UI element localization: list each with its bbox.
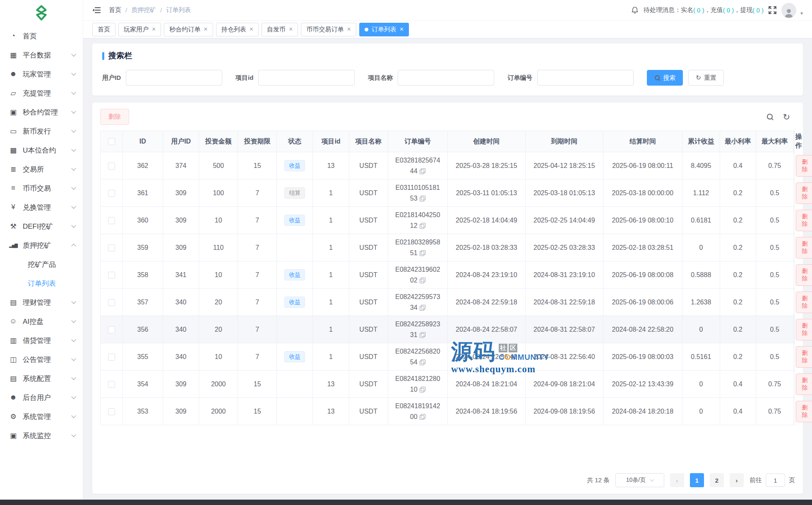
cell-settle-time: 2025-03-18 00:00:00 bbox=[603, 180, 682, 207]
tab-首页[interactable]: 首页 bbox=[92, 23, 115, 36]
sidebar-item-announcement[interactable]: ◫ 公告管理 bbox=[0, 350, 83, 369]
delete-button[interactable]: 删除 bbox=[796, 292, 812, 313]
cell-user-id: 374 bbox=[163, 152, 199, 180]
search-button[interactable]: 搜索 bbox=[647, 70, 683, 86]
delete-button[interactable]: 删除 bbox=[796, 373, 812, 395]
search-input-项目名称[interactable] bbox=[398, 70, 494, 86]
delete-button[interactable]: 删除 bbox=[796, 346, 812, 368]
page-button-2[interactable]: 2 bbox=[710, 473, 724, 487]
sidebar-item-mining-products[interactable]: 挖矿产品 bbox=[0, 255, 83, 274]
menu-label: 新币发行 bbox=[23, 127, 51, 136]
column-header-订单编号: 订单编号 bbox=[388, 131, 447, 152]
table-row: 358 341 10 7 收益 1 USDT E08242319602 02 2… bbox=[101, 261, 795, 289]
sidebar-fold-icon[interactable] bbox=[92, 7, 101, 14]
delete-button[interactable]: 删除 bbox=[796, 319, 812, 340]
search-input-用户ID[interactable] bbox=[126, 70, 222, 86]
select-all-checkbox[interactable] bbox=[108, 138, 115, 145]
search-icon[interactable] bbox=[766, 113, 774, 120]
sidebar-item-lending-management[interactable]: ▥ 借贷管理 bbox=[0, 331, 83, 350]
close-icon[interactable]: × bbox=[289, 26, 293, 33]
delete-button[interactable]: 删除 bbox=[796, 237, 812, 258]
row-checkbox[interactable] bbox=[108, 354, 115, 361]
copy-icon[interactable] bbox=[420, 223, 425, 229]
tab-自发币[interactable]: 自发币 × bbox=[262, 23, 298, 36]
page-button-1[interactable]: 1 bbox=[690, 473, 704, 487]
tab-label: 首页 bbox=[98, 26, 110, 34]
cell-settle-time: 2025-06-19 08:00:10 bbox=[603, 207, 682, 234]
sidebar-item-system-monitor[interactable]: ▣ 系统监控 bbox=[0, 426, 83, 445]
sidebar-item-coin-trade[interactable]: ≡ 币币交易 bbox=[0, 179, 83, 198]
fullscreen-icon[interactable] bbox=[769, 6, 776, 14]
sidebar-item-staking-mining[interactable]: ▂▅▇ 质押挖矿 bbox=[0, 236, 83, 255]
row-checkbox[interactable] bbox=[108, 272, 115, 279]
delete-button[interactable]: 删除 bbox=[796, 401, 812, 422]
close-icon[interactable]: × bbox=[400, 26, 404, 33]
copy-icon[interactable] bbox=[420, 387, 425, 393]
prev-page-button[interactable]: ‹ bbox=[670, 473, 684, 487]
delete-button[interactable]: 删除 bbox=[796, 264, 812, 286]
copy-icon[interactable] bbox=[420, 196, 425, 201]
next-page-button[interactable]: › bbox=[730, 473, 744, 487]
copy-icon[interactable] bbox=[420, 359, 425, 365]
cell-actions: 删除 bbox=[793, 234, 795, 261]
row-checkbox[interactable] bbox=[108, 190, 115, 197]
breadcrumb-item[interactable]: 首页 bbox=[109, 6, 121, 14]
sidebar-item-new-coin-issue[interactable]: ▭ 新币发行 bbox=[0, 122, 83, 141]
sidebar-item-ai-control[interactable]: ☺ AI控盘 bbox=[0, 312, 83, 331]
row-checkbox[interactable] bbox=[108, 217, 115, 224]
sidebar-item-order-list[interactable]: 订单列表 bbox=[0, 274, 83, 293]
delete-button[interactable]: 删除 bbox=[796, 182, 812, 204]
cell-created-time: 2025-02-18 14:04:49 bbox=[447, 207, 525, 234]
sidebar-item-player-management[interactable]: ☻ 玩家管理 bbox=[0, 65, 83, 84]
close-icon[interactable]: × bbox=[250, 26, 253, 33]
delete-button[interactable]: 删除 bbox=[796, 155, 812, 177]
row-checkbox[interactable] bbox=[108, 299, 115, 306]
search-input-项目id[interactable] bbox=[258, 70, 355, 86]
app-logo[interactable] bbox=[0, 0, 83, 26]
bell-icon[interactable] bbox=[631, 7, 639, 14]
sidebar-item-recharge-withdraw[interactable]: ▱ 充提管理 bbox=[0, 84, 83, 103]
sidebar-item-system-config[interactable]: ▤ 系统配置 bbox=[0, 369, 83, 388]
search-input-订单编号[interactable] bbox=[537, 70, 634, 86]
tab-订单列表[interactable]: 订单列表 × bbox=[359, 23, 409, 36]
copy-icon[interactable] bbox=[420, 250, 425, 256]
copy-icon[interactable] bbox=[420, 332, 425, 338]
book-icon: ◫ bbox=[8, 355, 18, 364]
copy-icon[interactable] bbox=[420, 168, 425, 174]
sidebar-item-u-contract[interactable]: ▩ U本位合约 bbox=[0, 141, 83, 160]
row-checkbox[interactable] bbox=[108, 381, 115, 388]
sidebar-item-defi-mining[interactable]: ⚒ DEFI挖矿 bbox=[0, 217, 83, 236]
close-icon[interactable]: × bbox=[347, 26, 351, 33]
page-size-select[interactable]: 10条/页 bbox=[615, 473, 664, 487]
row-checkbox[interactable] bbox=[108, 326, 115, 333]
copy-icon[interactable] bbox=[420, 305, 425, 311]
sidebar-item-platform-data[interactable]: ▦ 平台数据 bbox=[0, 45, 83, 65]
copy-icon[interactable] bbox=[420, 414, 425, 420]
bulk-delete-button[interactable]: 删除 bbox=[100, 109, 129, 125]
sidebar-item-system-management[interactable]: ⚙ 系统管理 bbox=[0, 407, 83, 426]
tab-玩家用户[interactable]: 玩家用户 × bbox=[118, 23, 161, 36]
chevron-down-icon[interactable]: ▾ bbox=[800, 10, 803, 18]
sidebar-item-exchange[interactable]: ≣ 交易所 bbox=[0, 160, 83, 179]
close-icon[interactable]: × bbox=[152, 26, 156, 33]
delete-button[interactable]: 删除 bbox=[796, 210, 812, 231]
tab-持仓列表[interactable]: 持仓列表 × bbox=[216, 23, 259, 36]
order-number-line2: 51 bbox=[395, 248, 440, 258]
cell-min-rate: 0.4 bbox=[720, 152, 756, 180]
goto-page-input[interactable] bbox=[766, 474, 785, 487]
sidebar-item-admin-users[interactable]: ☻ 后台用户 bbox=[0, 388, 83, 407]
close-icon[interactable]: × bbox=[204, 26, 207, 33]
copy-icon[interactable] bbox=[420, 278, 425, 283]
sidebar-item-swap-management[interactable]: ¥ 兑换管理 bbox=[0, 198, 83, 217]
sidebar-item-wealth-management[interactable]: ▤ 理财管理 bbox=[0, 293, 83, 312]
reset-button[interactable]: ↻ 重置 bbox=[688, 70, 724, 86]
refresh-icon[interactable]: ↻ bbox=[783, 112, 790, 121]
avatar[interactable] bbox=[781, 3, 796, 18]
sidebar-item-home[interactable]: ◔ 首页 bbox=[0, 26, 83, 45]
tab-秒合约订单[interactable]: 秒合约订单 × bbox=[164, 23, 213, 36]
sidebar-item-seconds-contract[interactable]: ▣ 秒合约管理 bbox=[0, 103, 83, 122]
tab-币币交易订单[interactable]: 币币交易订单 × bbox=[301, 23, 356, 36]
row-checkbox[interactable] bbox=[108, 244, 115, 251]
row-checkbox[interactable] bbox=[108, 163, 115, 170]
row-checkbox[interactable] bbox=[108, 408, 115, 415]
